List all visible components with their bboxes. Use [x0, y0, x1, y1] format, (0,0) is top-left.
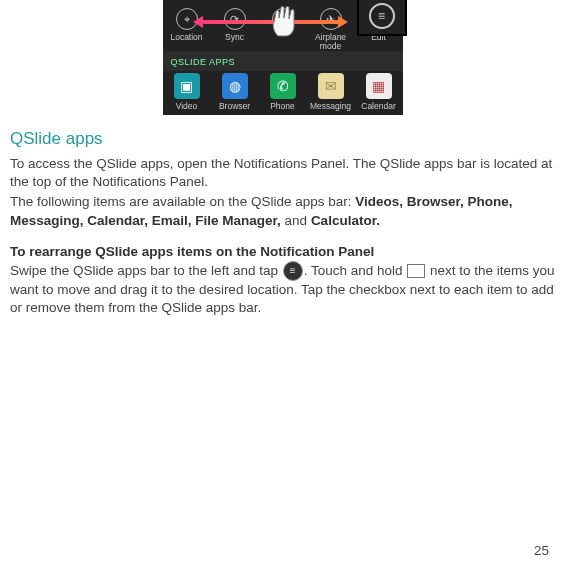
notification-panel-screenshot: ≡ ⌖ Location ⟳ Sync ✈ Airplane mode ≡ Ed… [163, 0, 403, 115]
toggle-airplane[interactable]: ✈ Airplane mode [308, 8, 354, 51]
para2-and: and [281, 213, 311, 228]
para3-b: . Touch and hold [304, 262, 407, 277]
section-heading: QSlide apps [10, 129, 555, 149]
qslide-app-phone[interactable]: ✆ Phone [260, 73, 306, 111]
app-label: Phone [270, 102, 295, 111]
page-number: 25 [534, 543, 549, 558]
qslide-app-calendar[interactable]: ▦ Calendar [356, 73, 402, 111]
app-label: Browser [219, 102, 250, 111]
toggle-location[interactable]: ⌖ Location [164, 8, 210, 51]
video-icon: ▣ [174, 73, 200, 99]
edit-button-callout: ≡ [357, 0, 407, 36]
app-label: Messaging [310, 102, 351, 111]
toggle-sync[interactable]: ⟳ Sync [212, 8, 258, 51]
messaging-icon: ✉ [318, 73, 344, 99]
app-label: Calendar [361, 102, 396, 111]
qslide-app-messaging[interactable]: ✉ Messaging [308, 73, 354, 111]
inline-drag-handle-icon [407, 264, 425, 278]
para2-last-app: Calculator. [311, 213, 380, 228]
rearrange-paragraph: Swipe the QSlide apps bar to the left an… [10, 261, 555, 317]
rearrange-subheading: To rearrange QSlide apps items on the No… [10, 244, 555, 259]
phone-icon: ✆ [270, 73, 296, 99]
app-label: Video [176, 102, 198, 111]
hand-gesture-icon [268, 2, 300, 38]
para2-prefix: The following items are available on the… [10, 194, 355, 209]
intro-paragraph-1: To access the QSlide apps, open the Noti… [10, 155, 555, 191]
toggle-label: Location [170, 33, 202, 42]
browser-icon: ◍ [222, 73, 248, 99]
qslide-app-browser[interactable]: ◍ Browser [212, 73, 258, 111]
qslide-app-video[interactable]: ▣ Video [164, 73, 210, 111]
calendar-icon: ▦ [366, 73, 392, 99]
edit-icon: ≡ [369, 3, 395, 29]
toggle-label: Airplane mode [315, 33, 346, 51]
para3-a: Swipe the QSlide apps bar to the left an… [10, 262, 282, 277]
toggle-label: Sync [225, 33, 244, 42]
inline-edit-icon: ≡ [283, 261, 303, 281]
qslide-apps-row: ▣ Video ◍ Browser ✆ Phone ✉ Messaging ▦ … [163, 71, 403, 111]
qslide-section-label: QSLIDE APPS [163, 51, 403, 71]
intro-paragraph-2: The following items are available on the… [10, 193, 555, 229]
